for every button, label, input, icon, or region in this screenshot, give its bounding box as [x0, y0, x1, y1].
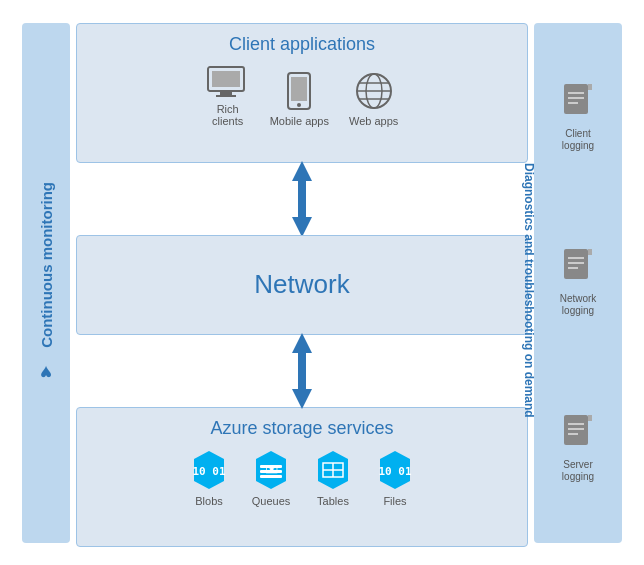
svg-rect-41 — [568, 262, 584, 264]
svg-rect-46 — [568, 423, 584, 425]
svg-rect-42 — [568, 267, 578, 269]
svg-rect-16 — [298, 351, 306, 389]
mobile-apps-icon — [286, 71, 312, 111]
svg-rect-33 — [588, 84, 592, 90]
blobs-icon: 10 01 — [188, 449, 230, 491]
client-logging-label: Clientlogging — [562, 128, 594, 152]
svg-rect-35 — [568, 97, 584, 99]
svg-rect-5 — [291, 77, 307, 101]
network-logging-label: Networklogging — [560, 293, 597, 317]
svg-rect-47 — [568, 428, 584, 430]
files-icon: 10 01 — [374, 449, 416, 491]
vertical-arrow-2 — [76, 341, 528, 401]
main-content: Client applications Richclients — [76, 23, 528, 543]
svg-rect-39 — [588, 249, 592, 255]
queues-label: Queues — [252, 495, 291, 507]
svg-point-6 — [297, 103, 301, 107]
blobs-item: 10 01 Blobs — [188, 449, 230, 507]
rich-clients-icon — [206, 65, 250, 99]
svg-rect-3 — [216, 95, 236, 97]
svg-marker-17 — [292, 389, 312, 409]
mobile-apps-item: Mobile apps — [270, 71, 329, 127]
svg-rect-13 — [298, 179, 306, 217]
network-title: Network — [254, 269, 349, 300]
blobs-label: Blobs — [195, 495, 223, 507]
svg-text:10
01: 10 01 — [192, 465, 225, 478]
right-sidebar: Clientlogging Networklogging S — [534, 23, 622, 543]
svg-marker-15 — [292, 333, 312, 353]
client-logging-icon — [560, 82, 596, 124]
server-logging-item: Serverlogging — [548, 413, 608, 483]
network-panel: Network — [76, 235, 528, 335]
heart-icon: ♥ — [35, 361, 58, 383]
svg-marker-12 — [292, 161, 312, 181]
queues-item: ✉ Queues — [250, 449, 292, 507]
web-apps-label: Web apps — [349, 115, 398, 127]
svg-marker-14 — [292, 217, 312, 237]
server-logging-label: Serverlogging — [562, 459, 594, 483]
network-logging-icon — [560, 247, 596, 289]
client-logging-item: Clientlogging — [548, 82, 608, 152]
web-apps-item: Web apps — [349, 71, 398, 127]
web-apps-icon — [354, 71, 394, 111]
client-apps-title: Client applications — [87, 34, 517, 55]
svg-rect-45 — [588, 415, 592, 421]
svg-rect-34 — [568, 92, 584, 94]
tables-item: Tables — [312, 449, 354, 507]
client-apps-icons: Richclients Mobile apps — [206, 65, 399, 127]
svg-text:✉: ✉ — [265, 461, 278, 478]
files-item: 10 01 Files — [374, 449, 416, 507]
continuous-monitoring-label: ♥ Continuous monitoring — [35, 182, 58, 384]
tables-label: Tables — [317, 495, 349, 507]
diagnostics-label: Diagnostics and troubleshooting on deman… — [521, 163, 539, 403]
client-apps-panel: Client applications Richclients — [76, 23, 528, 163]
server-logging-icon — [560, 413, 596, 455]
left-sidebar: ♥ Continuous monitoring — [22, 23, 70, 543]
svg-rect-1 — [212, 71, 240, 87]
queues-icon: ✉ — [250, 449, 292, 491]
diagram-container: ♥ Continuous monitoring Client applicati… — [12, 13, 632, 553]
storage-title: Azure storage services — [87, 418, 517, 439]
svg-rect-48 — [568, 433, 578, 435]
svg-rect-36 — [568, 102, 578, 104]
tables-icon — [312, 449, 354, 491]
rich-clients-label: Richclients — [212, 103, 243, 127]
svg-rect-40 — [568, 257, 584, 259]
mobile-apps-label: Mobile apps — [270, 115, 329, 127]
svg-text:10
01: 10 01 — [378, 465, 411, 478]
network-logging-item: Networklogging — [548, 247, 608, 317]
vertical-arrow — [76, 169, 528, 229]
storage-icons: 10 01 Blobs ✉ Queues — [188, 449, 416, 507]
svg-rect-2 — [220, 91, 232, 95]
files-label: Files — [383, 495, 406, 507]
rich-clients-item: Richclients — [206, 65, 250, 127]
storage-panel: Azure storage services 10 01 Blobs — [76, 407, 528, 547]
